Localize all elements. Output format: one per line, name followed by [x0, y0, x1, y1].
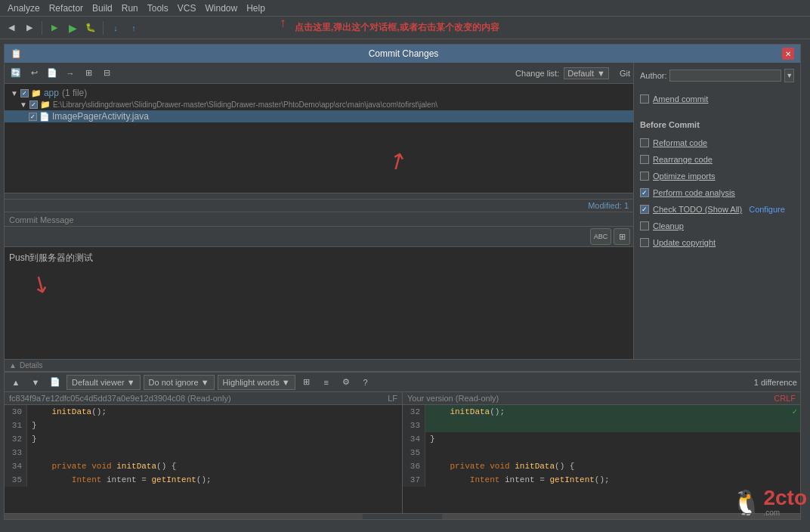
commit-toolbar-right: Change list: Default ▼ Git [515, 67, 630, 79]
dialog-title-text: Commit Changes [369, 48, 439, 59]
perform-checkbox[interactable]: ✓ [640, 188, 649, 197]
rearrange-checkbox[interactable] [640, 155, 649, 164]
details-triangle: ▲ [9, 361, 17, 370]
help-btn[interactable]: ? [357, 374, 374, 391]
commit-expand-btn[interactable]: ⊞ [614, 228, 630, 245]
rline-num-34: 34 [403, 432, 425, 446]
details-down-btn[interactable]: ▼ [27, 374, 44, 391]
configure-link[interactable]: Configure [749, 205, 785, 214]
settings-btn[interactable]: ⚙ [338, 374, 354, 391]
optimize-row[interactable]: Optimize imports [640, 170, 794, 182]
copyright-checkbox[interactable] [640, 238, 649, 247]
cleanup-checkbox[interactable] [640, 221, 649, 230]
vcs-btn-2[interactable]: ↑ [125, 20, 142, 36]
rearrange-row[interactable]: Rearrange code [640, 153, 794, 165]
amend-commit-row[interactable]: Amend commit [640, 93, 794, 105]
tree-path-row[interactable]: ▼ ✓ 📁 E:\Library\slidingdrawer\SlidingDr… [5, 99, 633, 110]
rollback-btn[interactable]: ↩ [26, 65, 42, 82]
msg-arrow: ↗ [25, 271, 57, 300]
amend-checkbox[interactable] [640, 94, 649, 104]
menu-bar: Analyze Refactor Build Run Tools VCS Win… [0, 0, 810, 17]
viewer-label: Default viewer [72, 378, 125, 387]
build-btn[interactable]: ▶ [46, 20, 63, 36]
diff-rline-34: 34 } [403, 432, 800, 446]
optimize-checkbox[interactable] [640, 172, 649, 181]
move-btn[interactable]: → [62, 65, 79, 82]
tree-checkbox-path[interactable]: ✓ [29, 101, 38, 109]
line-content-33 [27, 446, 402, 459]
check-todo-label: Check TODO (Show All) [653, 205, 742, 214]
spacer-1 [640, 110, 794, 116]
debug-btn[interactable]: 🐛 [82, 20, 99, 36]
tree-app-row[interactable]: ▼ ✓ 📁 app ( 1 file ) [5, 87, 633, 99]
rline-num-32: 32 [403, 405, 425, 419]
diff-right-header: Your version (Read-only) CRLF [403, 392, 800, 405]
forward-btn[interactable]: ▶ [21, 20, 38, 36]
back-btn[interactable]: ◀ [3, 20, 20, 36]
menu-vcs[interactable]: VCS [173, 2, 201, 15]
author-dropdown-btn[interactable]: ▼ [784, 69, 794, 82]
rline-content-32: initData(); [425, 405, 792, 419]
menu-refactor[interactable]: Refactor [45, 2, 88, 15]
tree-checkbox-app[interactable]: ✓ [20, 89, 29, 97]
ignore-dropdown[interactable]: Do not ignore ▼ [144, 375, 215, 390]
unified-btn[interactable]: ≡ [318, 374, 335, 391]
perform-label: Perform code analysis [653, 188, 735, 197]
details-diff-btn[interactable]: 📄 [47, 374, 63, 391]
tree-app-count-close: ) [84, 88, 87, 98]
file-tree: ▼ ✓ 📁 app ( 1 file ) ▼ ✓ 📁 E:\Library\sl… [5, 84, 633, 193]
line-content-31: } [27, 419, 402, 432]
cleanup-row[interactable]: Cleanup [640, 220, 794, 232]
highlight-arrow: ▼ [282, 378, 290, 387]
viewer-dropdown[interactable]: Default viewer ▼ [66, 375, 141, 390]
author-input[interactable] [669, 70, 781, 82]
expand-btn[interactable]: ⊞ [80, 65, 97, 82]
menu-run[interactable]: Run [117, 2, 143, 15]
menu-analyze[interactable]: Analyze [3, 2, 45, 15]
toolbar-arrow: ↑ [280, 15, 286, 31]
menu-build[interactable]: Build [88, 2, 117, 15]
changelist-dropdown[interactable]: Default ▼ [564, 67, 609, 79]
menu-window[interactable]: Window [200, 2, 242, 15]
spell-btn[interactable]: ABC [590, 228, 611, 245]
commit-message-area[interactable]: Push到服务器的测试 ↗ [5, 247, 633, 359]
dialog-close-button[interactable]: ✕ [782, 48, 794, 60]
vcs-btn-1[interactable]: ↓ [107, 20, 124, 36]
tree-checkbox-file[interactable]: ✓ [29, 113, 37, 121]
line-content-32: } [27, 432, 402, 446]
copyright-row[interactable]: Update copyright [640, 237, 794, 249]
reformat-row[interactable]: Reformat code [640, 137, 794, 149]
diff-btn[interactable]: 📄 [44, 65, 60, 82]
line-num-31: 31 [5, 419, 27, 432]
diff-left-header: fc834f9a7e12dfc05c4d5dd37a0e9e12d3904c08… [5, 392, 402, 405]
menu-help[interactable]: Help [242, 2, 270, 15]
details-up-btn[interactable]: ▲ [8, 374, 24, 391]
perform-row[interactable]: ✓ Perform code analysis [640, 187, 794, 199]
ignore-label: Do not ignore [149, 378, 199, 387]
changelist-value: Default [567, 69, 594, 78]
rline-num-36: 36 [403, 459, 425, 473]
tree-path-icon: 📁 [40, 100, 51, 110]
logo-text-block: 2cto .com [763, 487, 807, 517]
line-num-34: 34 [5, 459, 27, 473]
check-todo-row[interactable]: ✓ Check TODO (Show All) Configure [640, 203, 794, 215]
refresh-btn[interactable]: 🔄 [8, 65, 24, 82]
side-by-side-btn[interactable]: ⊞ [298, 374, 315, 391]
dialog-title-icon: 📋 [11, 48, 22, 59]
difference-count: 1 difference [754, 378, 797, 387]
menu-tools[interactable]: Tools [143, 2, 173, 15]
h-scrollbar[interactable] [5, 193, 633, 199]
check-todo-checkbox[interactable]: ✓ [640, 205, 649, 214]
tree-app-count-val: 1 file [65, 88, 84, 98]
collapse-btn[interactable]: ⊟ [98, 65, 115, 82]
highlight-dropdown[interactable]: Highlight words ▼ [218, 375, 295, 390]
tree-arrow-path: ▼ [20, 101, 27, 109]
toolbar-sep-2 [103, 21, 104, 35]
reformat-checkbox[interactable] [640, 138, 649, 147]
details-divider[interactable]: ▲ Details [5, 359, 800, 372]
tree-file-row[interactable]: ✓ 📄 ImagePagerActivity.java [5, 110, 633, 122]
git-label: Git [620, 69, 630, 78]
run-btn[interactable]: ▶ [64, 20, 81, 36]
line-content-35: Intent intent = getIntent(); [27, 473, 402, 487]
reformat-label: Reformat code [653, 138, 707, 147]
